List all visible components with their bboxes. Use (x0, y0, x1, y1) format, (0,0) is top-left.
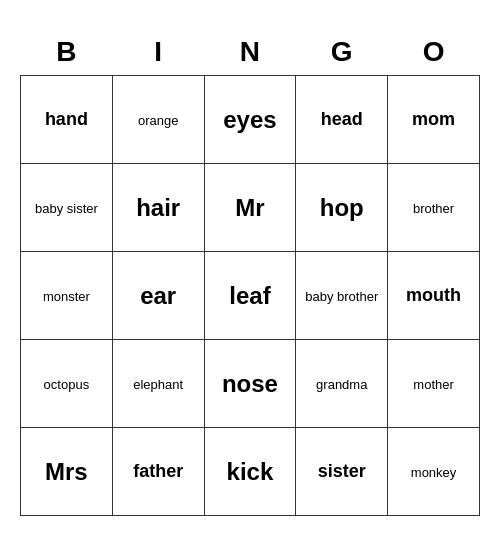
bingo-header-B: B (21, 28, 113, 76)
bingo-row-0: handorangeeyesheadmom (21, 76, 480, 164)
cell-text: eyes (223, 106, 276, 133)
bingo-header-G: G (296, 28, 388, 76)
cell-text: head (321, 109, 363, 129)
cell-text: mouth (406, 285, 461, 305)
bingo-row-2: monsterearleafbaby brothermouth (21, 252, 480, 340)
cell-text: Mr (235, 194, 264, 221)
cell-text: monster (43, 289, 90, 304)
bingo-cell-1-3: hop (296, 164, 388, 252)
cell-text: hand (45, 109, 88, 129)
cell-text: kick (227, 458, 274, 485)
bingo-cell-2-2: leaf (204, 252, 296, 340)
bingo-header-I: I (112, 28, 204, 76)
bingo-cell-2-1: ear (112, 252, 204, 340)
cell-text: elephant (133, 377, 183, 392)
bingo-row-1: baby sisterhairMrhopbrother (21, 164, 480, 252)
cell-text: sister (318, 461, 366, 481)
bingo-cell-2-3: baby brother (296, 252, 388, 340)
cell-text: father (133, 461, 183, 481)
cell-text: leaf (229, 282, 270, 309)
cell-text: nose (222, 370, 278, 397)
bingo-cell-1-2: Mr (204, 164, 296, 252)
cell-text: octopus (44, 377, 90, 392)
cell-text: hair (136, 194, 180, 221)
cell-text: Mrs (45, 458, 88, 485)
cell-text: grandma (316, 377, 367, 392)
cell-text: monkey (411, 465, 457, 480)
bingo-cell-3-1: elephant (112, 340, 204, 428)
cell-text: hop (320, 194, 364, 221)
bingo-cell-2-0: monster (21, 252, 113, 340)
cell-text: baby brother (305, 289, 378, 304)
bingo-header-N: N (204, 28, 296, 76)
bingo-cell-4-0: Mrs (21, 428, 113, 516)
bingo-cell-0-0: hand (21, 76, 113, 164)
bingo-cell-0-2: eyes (204, 76, 296, 164)
bingo-cell-0-4: mom (388, 76, 480, 164)
bingo-cell-1-0: baby sister (21, 164, 113, 252)
bingo-cell-0-3: head (296, 76, 388, 164)
cell-text: ear (140, 282, 176, 309)
cell-text: brother (413, 201, 454, 216)
bingo-cell-4-1: father (112, 428, 204, 516)
bingo-cell-1-4: brother (388, 164, 480, 252)
cell-text: orange (138, 113, 178, 128)
bingo-cell-3-0: octopus (21, 340, 113, 428)
bingo-cell-0-1: orange (112, 76, 204, 164)
bingo-cell-3-3: grandma (296, 340, 388, 428)
bingo-row-4: Mrsfatherkicksistermonkey (21, 428, 480, 516)
bingo-card: BINGO handorangeeyesheadmombaby sisterha… (20, 28, 480, 517)
cell-text: mom (412, 109, 455, 129)
bingo-cell-1-1: hair (112, 164, 204, 252)
bingo-cell-4-3: sister (296, 428, 388, 516)
bingo-cell-4-2: kick (204, 428, 296, 516)
cell-text: mother (413, 377, 453, 392)
bingo-cell-3-2: nose (204, 340, 296, 428)
bingo-cell-3-4: mother (388, 340, 480, 428)
bingo-header-O: O (388, 28, 480, 76)
bingo-cell-2-4: mouth (388, 252, 480, 340)
bingo-cell-4-4: monkey (388, 428, 480, 516)
bingo-row-3: octopuselephantnosegrandmamother (21, 340, 480, 428)
cell-text: baby sister (35, 201, 98, 216)
